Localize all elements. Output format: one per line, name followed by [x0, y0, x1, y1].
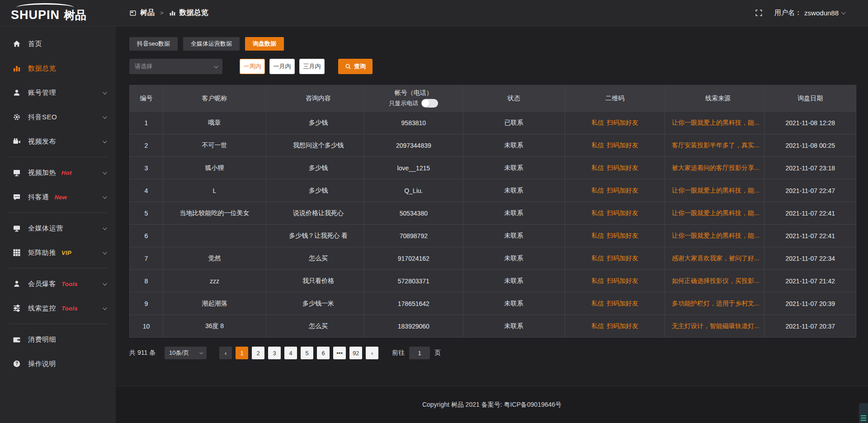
sliders-icon [13, 304, 21, 312]
cell-content: 多少钱一米 [266, 292, 364, 315]
scan-add-friend-link[interactable]: 扫码加好友 [607, 209, 638, 216]
sidebar-item-all-media-operation[interactable]: 全媒体运营 [0, 216, 116, 240]
goto-page-input[interactable] [409, 347, 430, 359]
cell-nickname: zzz [163, 270, 266, 292]
brand-logo[interactable]: SHUPIN 树品 [0, 3, 116, 23]
sidebar-item-member-baoke[interactable]: 会员爆客 Tools [0, 272, 116, 296]
scan-add-friend-link[interactable]: 扫码加好友 [607, 119, 638, 126]
sidebar-item-video-heating[interactable]: 视频加热 Hot [0, 160, 116, 185]
filter-select[interactable]: 请选择 [129, 59, 222, 74]
sidebar-item-label: 操作说明 [28, 360, 56, 368]
bar-chart-icon [169, 9, 176, 16]
private-message-link[interactable]: 私信 [591, 254, 604, 262]
page-size-select[interactable]: 10条/页 [165, 347, 207, 359]
sidebar-item-operation-guide[interactable]: ? 操作说明 [0, 352, 116, 376]
scan-add-friend-link[interactable]: 扫码加好友 [607, 300, 638, 307]
next-page-button[interactable]: › [366, 347, 378, 359]
tab-all-media-data[interactable]: 全媒体运营数据 [183, 37, 240, 51]
cell-nickname: 潮起潮落 [163, 292, 266, 315]
sidebar-item-douyin-seo[interactable]: 抖音SEO [0, 105, 116, 129]
cell-content: 我想问这个多少钱 [266, 134, 364, 157]
table-row: 1 哦章 多少钱 9583810 已联系 私信扫码加好友 让你一眼就爱上的黑科技… [130, 112, 856, 134]
page-button-1[interactable]: 1 [236, 347, 248, 359]
private-message-link[interactable]: 私信 [591, 322, 604, 329]
page-button-3[interactable]: 3 [268, 347, 281, 359]
fullscreen-icon[interactable] [755, 9, 763, 17]
page-button-6[interactable]: 6 [317, 347, 330, 359]
private-message-link[interactable]: 私信 [591, 119, 604, 126]
prev-page-button[interactable]: ‹ [219, 347, 232, 359]
private-message-link[interactable]: 私信 [591, 300, 604, 307]
sidebar-item-consumption-details[interactable]: 消费明细 [0, 327, 116, 352]
header-account-label: 帐号（电话） [395, 89, 433, 97]
page-button-4[interactable]: 4 [284, 347, 297, 359]
range-quarter-button[interactable]: 三月内 [299, 59, 325, 74]
sidebar-item-clue-monitoring[interactable]: 线索监控 Tools [0, 296, 116, 320]
breadcrumb-app[interactable]: 树品 [140, 8, 155, 18]
cell-content: 说说价格让我死心 [266, 202, 364, 225]
scan-add-friend-link[interactable]: 扫码加好友 [607, 187, 638, 194]
cell-account: 178651642 [364, 292, 463, 315]
range-week-button[interactable]: 一周内 [240, 59, 265, 74]
source-link[interactable]: 被大家追着问的客厅投影分享... [672, 164, 760, 171]
app-icon [129, 9, 137, 17]
sidebar-item-home[interactable]: 首页 [0, 32, 116, 56]
wallet-icon [13, 335, 21, 343]
page-ellipsis-button[interactable]: ••• [333, 347, 346, 359]
source-link[interactable]: 感谢大家喜欢我家，被问了好... [672, 254, 760, 262]
cell-source: 让你一眼就爱上的黑科技，能... [665, 225, 764, 247]
private-message-link[interactable]: 私信 [591, 141, 604, 149]
top-bar: SHUPIN 树品 树品 > 数据总览 用户名：zswodun88 [0, 0, 868, 26]
scan-add-friend-link[interactable]: 扫码加好友 [607, 141, 638, 149]
table-row: 8 zzz 我只看价格 572803371 未联系 私信扫码加好友 如何正确选择… [130, 270, 856, 292]
source-link[interactable]: 多功能护栏灯，适用于乡村文... [672, 300, 760, 307]
source-link[interactable]: 无主灯设计，智能磁吸轨道灯... [672, 322, 760, 329]
scan-add-friend-link[interactable]: 扫码加好友 [607, 277, 638, 284]
sidebar-item-matrix-boost[interactable]: 矩阵助推 VIP [0, 240, 116, 265]
scan-add-friend-link[interactable]: 扫码加好友 [607, 254, 638, 262]
chevron-down-icon [103, 114, 107, 119]
page-button-92[interactable]: 92 [349, 347, 362, 359]
header-qrcode: 二维码 [565, 85, 665, 112]
source-link[interactable]: 让你一眼就爱上的黑科技，能... [672, 209, 760, 216]
sidebar-item-douketong[interactable]: 抖客通 New [0, 185, 116, 209]
chevron-down-icon [103, 194, 107, 199]
private-message-link[interactable]: 私信 [591, 209, 604, 216]
private-message-link[interactable]: 私信 [591, 187, 604, 194]
sidebar-item-video-publish[interactable]: 视频发布 [0, 129, 116, 154]
sidebar-item-label: 抖音SEO [28, 113, 57, 122]
copyright-text: Copyright 树品 2021 备案号: 粤ICP备09019646号 [422, 401, 561, 409]
source-link[interactable]: 让你一眼就爱上的黑科技，能... [672, 232, 760, 239]
private-message-link[interactable]: 私信 [591, 232, 604, 239]
private-message-link[interactable]: 私信 [591, 277, 604, 284]
source-link[interactable]: 让你一眼就爱上的黑科技，能... [672, 187, 760, 194]
sidebar-item-data-overview[interactable]: 数据总览 [0, 56, 116, 80]
user-menu[interactable]: 用户名：zswodun88 [774, 9, 844, 17]
private-message-link[interactable]: 私信 [591, 164, 604, 171]
grid-icon [13, 249, 21, 257]
cell-id: 4 [130, 179, 163, 202]
svg-text:?: ? [15, 361, 18, 366]
user-icon [13, 89, 21, 97]
breadcrumb-separator: > [158, 9, 165, 16]
scan-add-friend-link[interactable]: 扫码加好友 [607, 322, 638, 329]
sidebar-item-label: 全媒体运营 [28, 224, 63, 233]
corner-widget[interactable] [859, 403, 868, 423]
page-button-2[interactable]: 2 [252, 347, 264, 359]
scan-add-friend-link[interactable]: 扫码加好友 [607, 164, 638, 171]
scan-add-friend-link[interactable]: 扫码加好友 [607, 232, 638, 239]
cell-qrcode: 私信扫码加好友 [565, 315, 665, 338]
cell-id: 7 [130, 247, 163, 270]
cell-source: 让你一眼就爱上的黑科技，能... [665, 202, 764, 225]
search-button[interactable]: 查询 [338, 59, 373, 74]
phone-only-toggle[interactable] [421, 99, 438, 108]
sidebar-item-account-management[interactable]: 账号管理 [0, 80, 116, 105]
tab-inquiry-data[interactable]: 询盘数据 [245, 37, 284, 51]
range-month-button[interactable]: 一月内 [269, 59, 295, 74]
source-link[interactable]: 让你一眼就爱上的黑科技，能... [672, 119, 760, 126]
cell-account: 572803371 [364, 270, 463, 292]
page-button-5[interactable]: 5 [301, 347, 313, 359]
source-link[interactable]: 如何正确选择投影仪，买投影... [672, 277, 760, 284]
source-link[interactable]: 客厅安装投影半年多了，真实... [672, 141, 760, 149]
tab-douyin-seo-data[interactable]: 抖音seo数据 [129, 37, 178, 51]
